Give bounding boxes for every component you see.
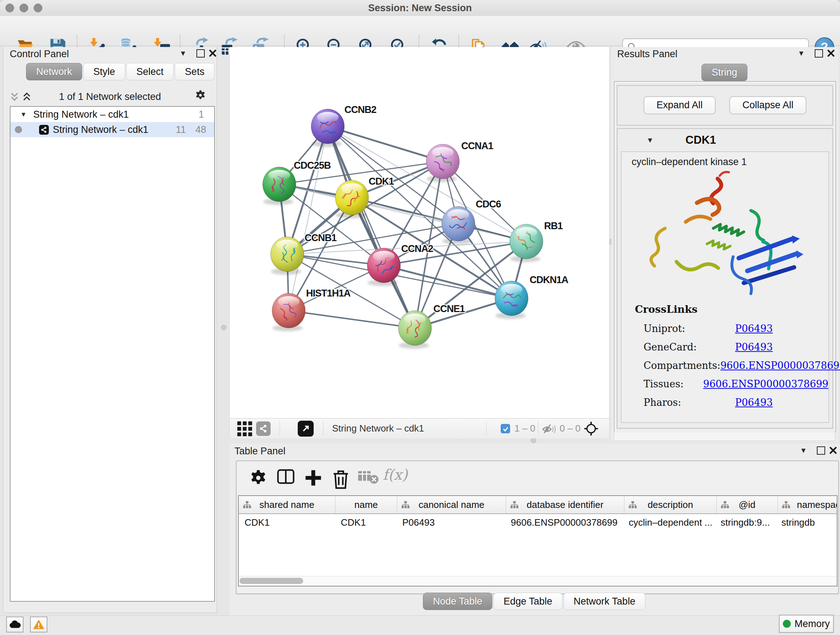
table-hscrollbar-thumb[interactable] [240, 578, 303, 584]
birdseye-crosshair-icon[interactable] [584, 421, 599, 438]
hidden-elements-eye-icon[interactable] [542, 423, 557, 436]
node-label: CCNA1 [461, 141, 493, 151]
table-hscrollbar-track[interactable] [239, 576, 837, 586]
tab-network[interactable]: Network [26, 63, 82, 80]
gene-collapse-icon[interactable]: ▼ [646, 136, 654, 144]
results-panel-menu-icon[interactable]: ▼ [796, 48, 807, 59]
status-bar: Memory [0, 616, 840, 635]
crosslink-label: Pharos: [644, 397, 735, 408]
cloud-status-icon[interactable] [6, 616, 24, 632]
results-panel-close-icon[interactable] [826, 48, 836, 59]
delete-column-icon[interactable] [332, 469, 349, 486]
network-selected-status: 1 of 1 Network selected [3, 89, 217, 104]
column-header-label: @id [739, 499, 756, 510]
network-edge[interactable] [289, 126, 328, 310]
left-splitter-handle[interactable] [221, 325, 226, 330]
network-status-dot-icon [15, 126, 22, 133]
results-panel-float-icon[interactable] [813, 48, 824, 59]
open-in-new-window-icon[interactable] [298, 421, 314, 437]
table-options-gear-icon[interactable] [249, 469, 267, 486]
results-panel: Results Panel ▼ String Expand All Collap… [611, 47, 838, 442]
crosslinks-list: Uniprot:P06493GeneCard:P06493Compartment… [622, 319, 829, 412]
table-panel-menu-icon[interactable]: ▼ [798, 445, 809, 456]
column-header-label: description [647, 499, 693, 510]
gene-section-header[interactable]: ▼ CDK1 [617, 129, 832, 151]
network-node[interactable] [271, 237, 304, 275]
control-panel-float-icon[interactable] [195, 48, 206, 59]
bottom-splitter-handle[interactable] [531, 438, 536, 443]
memory-button[interactable]: Memory [779, 615, 834, 633]
node-label: CCNB1 [305, 233, 337, 243]
crosslink-link[interactable]: 9606.ENSP00000378699 [703, 378, 829, 390]
expand-all-button[interactable]: Expand All [644, 96, 716, 114]
hierarchy-icon [401, 501, 409, 508]
network-edge[interactable] [289, 310, 415, 328]
crosslink-link[interactable]: P06493 [735, 341, 773, 353]
network-canvas[interactable]: CCNB2CCNA1CDC25BCDK1CDC6RB1CCNB1CCNA2CDK… [230, 47, 609, 418]
selected-nodes-checkbox-icon[interactable] [501, 424, 510, 433]
collapse-all-networks-icon[interactable] [9, 91, 20, 102]
show-columns-icon[interactable] [277, 469, 294, 486]
network-node[interactable] [398, 310, 431, 348]
column-header-namespace[interactable]: namespace [778, 496, 837, 513]
network-node[interactable] [335, 180, 369, 218]
crosslink-row: Pharos:P06493 [622, 393, 829, 412]
column-header-shared-name[interactable]: shared name [239, 496, 335, 513]
network-view-share-icon[interactable] [256, 421, 271, 436]
crosslink-link[interactable]: P06493 [735, 397, 773, 408]
control-panel-close-icon[interactable] [207, 48, 218, 59]
column-header-description[interactable]: description [624, 496, 717, 513]
tab-network-table[interactable]: Network Table [564, 593, 646, 610]
collection-expand-icon[interactable]: ▼ [20, 111, 27, 119]
control-panel-menu-icon[interactable]: ▼ [178, 48, 188, 59]
crosslinks-title: CrossLinks [635, 303, 698, 315]
toolbar-divider [279, 421, 280, 435]
hierarchy-icon [510, 501, 518, 508]
network-edge[interactable] [328, 126, 443, 162]
column-header-label: namespace [797, 499, 837, 510]
gene-details: cyclin–dependent kinase 1 [621, 151, 829, 423]
grid-view-icon[interactable] [237, 421, 253, 436]
collapse-all-button[interactable]: Collapse All [729, 96, 806, 114]
table-panel-close-icon[interactable] [828, 445, 838, 456]
network-node[interactable] [263, 167, 296, 205]
crosslink-link[interactable]: 9606.ENSP00000378699 [720, 360, 840, 371]
table-cell: 9606.ENSP00000378699 [505, 517, 623, 528]
gene-description: cyclin–dependent kinase 1 [632, 157, 747, 168]
network-node[interactable] [442, 206, 475, 244]
delete-table-icon [358, 469, 378, 486]
network-view-toolbar: String Network – cdk1 1 – 0 0 – 0 [230, 418, 609, 439]
network-list-options-gear-icon[interactable] [195, 90, 206, 101]
tab-select[interactable]: Select [126, 63, 174, 80]
expand-all-networks-icon[interactable] [21, 91, 32, 102]
memory-status-dot-icon [783, 620, 791, 628]
network-node[interactable] [495, 281, 528, 319]
tab-edge-table[interactable]: Edge Table [493, 593, 562, 610]
tab-style[interactable]: Style [83, 63, 125, 80]
hierarchy-icon [721, 501, 729, 508]
network-collection-row[interactable]: ▼ String Network – cdk1 1 [11, 107, 214, 122]
crosslink-link[interactable]: P06493 [735, 323, 773, 334]
tab-node-table[interactable]: Node Table [423, 593, 493, 610]
node-label: HIST1H1A [306, 288, 351, 299]
add-column-icon[interactable] [305, 469, 322, 486]
table-panel-float-icon[interactable] [815, 445, 826, 456]
results-scrollbar-track[interactable] [614, 432, 835, 441]
column-header-id[interactable]: @id [717, 496, 778, 513]
tab-string[interactable]: String [701, 64, 747, 81]
network-row-selected[interactable]: String Network – cdk1 11 48 [11, 122, 214, 137]
network-node[interactable] [272, 293, 305, 331]
column-header-database-identifier[interactable]: database identifier [506, 496, 624, 513]
column-header-name[interactable]: name [335, 496, 397, 513]
column-header-label: shared name [259, 499, 314, 510]
table-tabs: Node TableEdge TableNetwork Table [229, 593, 840, 610]
network-node[interactable] [367, 248, 401, 286]
tab-sets[interactable]: Sets [175, 63, 215, 80]
network-node[interactable] [426, 144, 459, 182]
network-node[interactable] [510, 224, 543, 262]
crosslink-label: GeneCard: [644, 341, 735, 353]
table-row[interactable]: CDK1CDK1P064939606.ENSP00000378699cyclin… [239, 514, 837, 531]
column-header-canonical-name[interactable]: canonical name [397, 496, 506, 513]
warning-status-icon[interactable] [30, 616, 47, 632]
string-results-card: Expand All Collapse All ▼ CDK1 cyclin–de… [614, 81, 836, 432]
